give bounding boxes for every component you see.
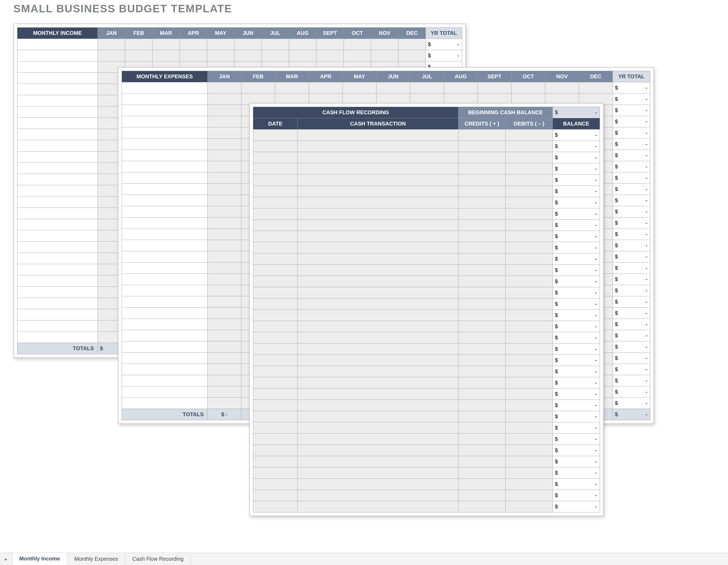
income-row-label[interactable] (17, 275, 98, 287)
expenses-cell[interactable] (208, 364, 241, 375)
cf-debit-cell[interactable] (506, 129, 553, 141)
cf-balance-cell[interactable]: $- (553, 163, 600, 174)
cf-date-cell[interactable] (253, 242, 298, 253)
cf-debit-cell[interactable] (506, 310, 553, 321)
tab-monthly-expenses[interactable]: Monthly Expenses (67, 553, 125, 565)
expenses-cell[interactable] (208, 262, 241, 274)
expenses-cell[interactable] (208, 296, 241, 308)
cf-credit-cell[interactable] (458, 377, 506, 389)
cf-balance-cell[interactable]: $- (553, 467, 600, 479)
income-row-label[interactable] (17, 264, 98, 275)
expenses-row-label[interactable] (122, 341, 208, 353)
expenses-row-label[interactable] (122, 375, 208, 387)
income-cell[interactable] (316, 39, 344, 50)
cf-date-cell[interactable] (253, 377, 298, 389)
cf-credit-cell[interactable] (458, 479, 506, 490)
cf-debit-cell[interactable] (506, 389, 553, 400)
expenses-cell[interactable] (208, 353, 241, 364)
cf-debit-cell[interactable] (506, 141, 553, 152)
cf-transaction-cell[interactable] (298, 332, 458, 344)
expenses-row-label[interactable] (122, 172, 208, 184)
income-row-label[interactable] (17, 321, 98, 332)
expenses-cell[interactable] (208, 398, 241, 409)
income-cell[interactable] (316, 50, 344, 61)
expenses-cell[interactable] (208, 387, 241, 398)
cf-date-cell[interactable] (253, 344, 298, 355)
cf-transaction-cell[interactable] (298, 389, 458, 400)
expenses-cell[interactable] (478, 82, 512, 94)
cf-debit-cell[interactable] (506, 479, 553, 490)
cf-balance-cell[interactable]: $- (553, 344, 600, 355)
cf-credit-cell[interactable] (458, 129, 506, 141)
expenses-cell[interactable] (208, 251, 241, 262)
cf-transaction-cell[interactable] (298, 242, 458, 253)
cf-date-cell[interactable] (253, 231, 298, 242)
income-row-label[interactable] (17, 230, 98, 241)
expenses-cell[interactable] (208, 341, 241, 353)
expenses-yr-total-cell[interactable]: $- (613, 82, 650, 94)
cf-transaction-cell[interactable] (298, 265, 458, 276)
expenses-yr-total-cell[interactable]: $- (613, 262, 650, 274)
cf-transaction-cell[interactable] (298, 208, 458, 219)
cf-transaction-cell[interactable] (298, 299, 458, 310)
cf-debit-cell[interactable] (506, 152, 553, 163)
expenses-row-label[interactable] (122, 274, 208, 285)
cf-transaction-cell[interactable] (298, 310, 458, 321)
cf-debit-cell[interactable] (506, 208, 553, 219)
income-cell[interactable] (98, 39, 125, 50)
cf-credit-cell[interactable] (458, 445, 506, 456)
cf-date-cell[interactable] (253, 219, 298, 231)
tab-monthly-income[interactable]: Monthly Income (12, 553, 67, 565)
income-cell[interactable] (152, 39, 180, 50)
cf-credit-cell[interactable] (458, 434, 506, 445)
expenses-cell[interactable] (208, 184, 241, 195)
cf-credit-cell[interactable] (458, 490, 506, 501)
cf-balance-cell[interactable]: $- (553, 310, 600, 321)
expenses-yr-total-cell[interactable]: $- (613, 387, 650, 398)
cf-transaction-cell[interactable] (298, 152, 458, 163)
cf-transaction-cell[interactable] (298, 321, 458, 332)
cf-balance-cell[interactable]: $- (553, 411, 600, 422)
expenses-cell[interactable] (208, 105, 241, 116)
expenses-cell[interactable] (208, 229, 241, 240)
cf-transaction-cell[interactable] (298, 141, 458, 152)
expenses-yr-total-cell[interactable]: $- (613, 127, 650, 139)
expenses-totals-cell[interactable]: $ - (208, 409, 241, 420)
income-cell[interactable] (344, 39, 371, 50)
expenses-cell[interactable] (208, 285, 241, 296)
cf-credit-cell[interactable] (458, 355, 506, 366)
cf-date-cell[interactable] (253, 434, 298, 445)
expenses-cell[interactable] (309, 82, 343, 94)
income-row-label[interactable] (17, 39, 98, 50)
expenses-row-label[interactable] (122, 387, 208, 398)
expenses-cell[interactable] (208, 319, 241, 330)
cf-transaction-cell[interactable] (298, 501, 458, 512)
cf-credit-cell[interactable] (458, 299, 506, 310)
expenses-yr-total-cell[interactable]: $- (613, 398, 650, 409)
income-row-label[interactable] (17, 50, 98, 61)
income-cell[interactable] (398, 39, 426, 50)
expenses-yr-total-cell[interactable]: $- (613, 285, 650, 296)
begin-balance-cell[interactable]: $ - (553, 107, 600, 118)
cf-date-cell[interactable] (253, 355, 298, 366)
expenses-cell[interactable] (208, 161, 241, 172)
expenses-cell[interactable] (208, 94, 241, 105)
cf-transaction-cell[interactable] (298, 231, 458, 242)
income-row-label[interactable] (17, 219, 98, 230)
income-row-label[interactable] (17, 163, 98, 174)
cf-credit-cell[interactable] (458, 321, 506, 332)
income-cell[interactable] (344, 50, 371, 61)
income-cell[interactable] (234, 39, 262, 50)
cf-debit-cell[interactable] (506, 231, 553, 242)
expenses-cell[interactable] (208, 330, 241, 341)
expenses-cell[interactable] (208, 217, 241, 229)
cf-balance-cell[interactable]: $- (553, 276, 600, 287)
income-row-label[interactable] (17, 309, 98, 321)
cf-credit-cell[interactable] (458, 231, 506, 242)
cf-balance-cell[interactable]: $- (553, 389, 600, 400)
income-row-label[interactable] (17, 61, 98, 73)
cf-date-cell[interactable] (253, 310, 298, 321)
cf-debit-cell[interactable] (506, 456, 553, 467)
income-cell[interactable] (98, 50, 125, 61)
expenses-cell[interactable] (208, 172, 241, 184)
